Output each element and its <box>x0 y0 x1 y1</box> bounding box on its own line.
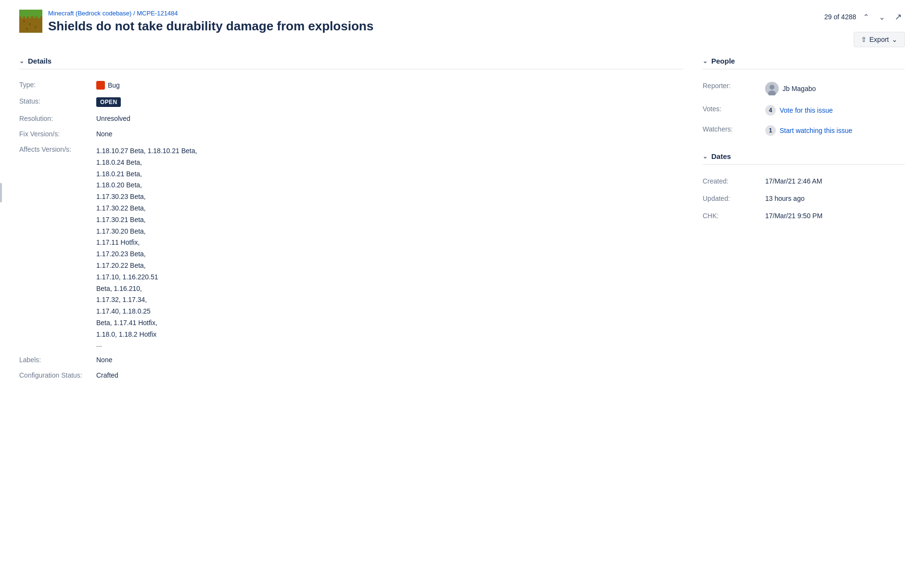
created-label: Created: <box>703 172 765 190</box>
votes-count-badge: 4 <box>765 105 776 116</box>
affects-version-value: 1.18.10.27 Beta, 1.18.10.21 Beta,1.18.0.… <box>96 142 683 352</box>
svg-point-12 <box>770 85 774 90</box>
reporter-label: Reporter: <box>703 77 765 100</box>
svg-rect-5 <box>34 15 36 18</box>
people-grid: Reporter: Jb Magabo Vot <box>703 77 905 141</box>
type-label: Type: <box>19 77 96 93</box>
version-line: 1.17.30.22 Beta, <box>96 203 683 214</box>
labels-label: Labels: <box>19 352 96 368</box>
page-wrapper: Minecraft (Bedrock codebase) / MCPE-1214… <box>0 0 924 393</box>
watchers-row: 1 Start watching this issue <box>765 125 905 136</box>
expand-button[interactable]: ↗ <box>892 10 905 24</box>
chk-label: CHK: <box>703 207 765 224</box>
status-label: Status: <box>19 93 96 111</box>
header-right: 29 of 4288 ⌃ ⌄ ↗ ⇧ Export ⌄ <box>824 10 905 47</box>
details-section-header: ⌄ Details <box>19 57 683 69</box>
reporter-value: Jb Magabo <box>765 77 905 100</box>
watchers-label: Watchers: <box>703 120 765 141</box>
version-line: 1.18.0, 1.18.2 Hotfix <box>96 329 683 341</box>
version-line: 1.17.20.22 Beta, <box>96 260 683 272</box>
version-line: 1.18.10.27 Beta, 1.18.10.21 Beta, <box>96 145 683 157</box>
version-line: 1.17.30.21 Beta, <box>96 214 683 226</box>
pagination-text: 29 of 4288 <box>824 13 856 21</box>
svg-rect-9 <box>35 26 37 28</box>
votes-value: 4 Vote for this issue <box>765 100 905 120</box>
resolution-label: Resolution: <box>19 111 96 126</box>
breadcrumb-project-link[interactable]: Minecraft (Bedrock codebase) <box>48 10 131 17</box>
watchers-value: 1 Start watching this issue <box>765 120 905 141</box>
pagination-controls: 29 of 4288 ⌃ ⌄ ↗ <box>824 10 905 24</box>
svg-rect-1 <box>19 10 42 16</box>
svg-rect-4 <box>29 16 31 18</box>
type-row: Bug <box>96 81 683 90</box>
configuration-status-label: Configuration Status: <box>19 368 96 383</box>
updated-label: Updated: <box>703 190 765 207</box>
people-chevron-icon[interactable]: ⌄ <box>703 58 707 65</box>
watch-link[interactable]: Start watching this issue <box>780 127 852 134</box>
fix-version-value: None <box>96 126 683 142</box>
version-line: 1.17.11 Hotfix, <box>96 237 683 249</box>
issue-header: Minecraft (Bedrock codebase) / MCPE-1214… <box>19 10 905 47</box>
fix-version-label: Fix Version/s: <box>19 126 96 142</box>
details-panel: ⌄ Details Type: Bug Status: OPEN <box>19 57 683 383</box>
version-line: 1.18.0.24 Beta, <box>96 157 683 169</box>
version-line: 1.17.30.20 Beta, <box>96 226 683 237</box>
svg-rect-7 <box>23 20 25 22</box>
edge-indicator <box>0 183 2 202</box>
svg-rect-10 <box>26 28 28 30</box>
breadcrumb: Minecraft (Bedrock codebase) / MCPE-1214… <box>48 10 373 17</box>
svg-rect-8 <box>29 23 31 25</box>
version-line: 1.17.30.23 Beta, <box>96 191 683 203</box>
type-text: Bug <box>108 81 120 89</box>
header-left: Minecraft (Bedrock codebase) / MCPE-1214… <box>19 10 373 34</box>
watchers-count-badge: 1 <box>765 125 776 136</box>
created-value: 17/Mar/21 2:46 AM <box>765 172 905 190</box>
votes-label: Votes: <box>703 100 765 120</box>
people-section-header: ⌄ People <box>703 57 905 69</box>
pagination-prev-button[interactable]: ⌃ <box>860 11 872 24</box>
svg-rect-2 <box>21 16 23 18</box>
updated-value: 13 hours ago <box>765 190 905 207</box>
labels-value: None <box>96 352 683 368</box>
reporter-avatar <box>765 82 779 95</box>
version-line: 1.17.40, 1.18.0.25 <box>96 306 683 317</box>
version-line: 1.18.0.21 Beta, <box>96 169 683 180</box>
vote-row: 4 Vote for this issue <box>765 105 905 116</box>
issue-title: Shields do not take durability damage fr… <box>48 19 373 34</box>
version-line: 1.17.20.23 Beta, <box>96 249 683 260</box>
details-grid: Type: Bug Status: OPEN Resolution: Unres… <box>19 77 683 383</box>
affects-version-label: Affects Version/s: <box>19 142 96 352</box>
dates-chevron-icon[interactable]: ⌄ <box>703 153 707 160</box>
main-content: ⌄ Details Type: Bug Status: OPEN <box>19 57 905 383</box>
versions-list: 1.18.10.27 Beta, 1.18.10.21 Beta,1.18.0.… <box>96 145 683 341</box>
header-text: Minecraft (Bedrock codebase) / MCPE-1214… <box>48 10 373 34</box>
export-label: Export <box>870 36 889 43</box>
versions-more[interactable]: ... <box>96 341 102 348</box>
version-line: 1.17.10, 1.16.220.51 <box>96 272 683 283</box>
svg-rect-6 <box>38 16 40 18</box>
version-line: 1.17.32, 1.17.34, <box>96 294 683 306</box>
status-badge: OPEN <box>96 97 121 107</box>
dates-section-label: Dates <box>711 152 731 160</box>
people-section-label: People <box>711 57 735 65</box>
vote-link[interactable]: Vote for this issue <box>780 106 833 114</box>
status-value: OPEN <box>96 93 683 111</box>
resolution-value: Unresolved <box>96 111 683 126</box>
bug-type-icon <box>96 81 105 90</box>
reporter-name: Jb Magabo <box>783 85 816 92</box>
chk-value: 17/Mar/21 9:50 PM <box>765 207 905 224</box>
right-panel: ⌄ People Reporter: Jb <box>703 57 905 383</box>
export-icon: ⇧ <box>861 36 867 43</box>
dates-grid: Created: 17/Mar/21 2:46 AM Updated: 13 h… <box>703 172 905 224</box>
version-line: Beta, 1.17.41 Hotfix, <box>96 317 683 329</box>
svg-rect-3 <box>25 15 27 18</box>
details-chevron-icon[interactable]: ⌄ <box>19 58 24 65</box>
export-button[interactable]: ⇧ Export ⌄ <box>854 32 905 47</box>
dates-section-header: ⌄ Dates <box>703 152 905 165</box>
export-chevron-icon: ⌄ <box>892 36 898 43</box>
pagination-next-button[interactable]: ⌄ <box>876 11 888 24</box>
breadcrumb-issue-link[interactable]: MCPE-121484 <box>137 10 178 17</box>
version-line: Beta, 1.16.210, <box>96 283 683 295</box>
type-value: Bug <box>96 77 683 93</box>
configuration-status-value: Crafted <box>96 368 683 383</box>
